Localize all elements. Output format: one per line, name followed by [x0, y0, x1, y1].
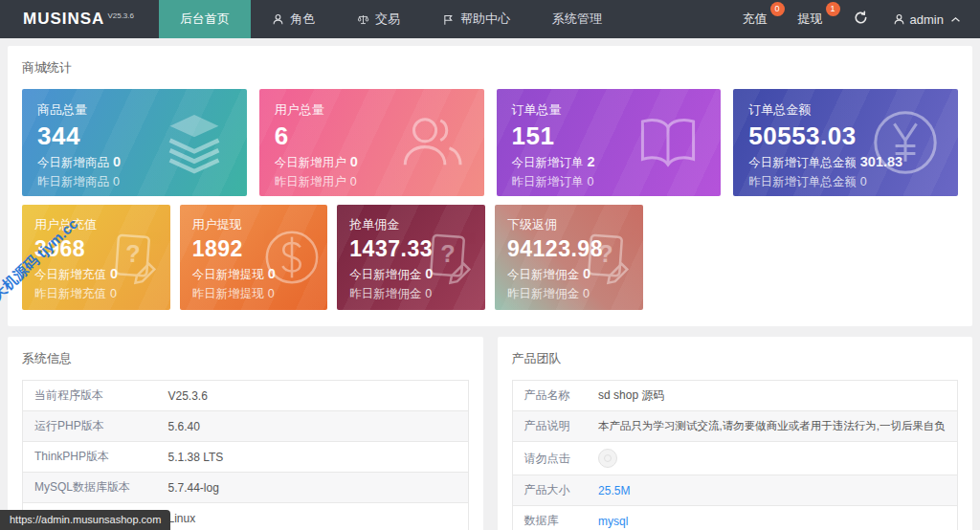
nav-item-label: 交易 [375, 11, 400, 28]
table-row: 产品大小25.5M [512, 475, 958, 506]
row-value: V25.3.6 [157, 381, 469, 411]
user-icon [272, 13, 284, 26]
logo-version: V25.3.6 [107, 11, 134, 20]
row-value: 5.1.38 LTS [157, 442, 469, 473]
main-content: 商城统计 商品总量344今日新增商品0昨日新增商品0用户总量6今日新增用户0昨日… [0, 38, 980, 530]
product-team-panel: 产品团队 产品名称sd shop 源码产品说明本产品只为学习测试交流,请勿要做商… [498, 337, 973, 530]
nav-item-label: 后台首页 [180, 11, 230, 28]
user-icon [893, 13, 905, 26]
withdraw-badge: 1 [826, 2, 840, 16]
table-row: 产品名称sd shop 源码 [512, 381, 958, 411]
row-label: 运行PHP版本 [23, 411, 157, 442]
navbar: MUSINSA V25.3.6 后台首页角色交易帮助中心系统管理 充值 0 提现… [0, 0, 980, 38]
flag-icon [442, 13, 455, 26]
recharge-badge: 0 [770, 2, 785, 16]
row-value: 本产品只为学习测试交流,请勿要做商业或者用于违法行为,一切后果自负 [587, 411, 957, 442]
nav-item-4[interactable]: 系统管理 [531, 0, 623, 38]
user-name: admin [910, 12, 944, 27]
row-label: 产品说明 [512, 411, 587, 442]
row-label: 数据库 [512, 506, 587, 530]
stats-row-1: 商品总量344今日新增商品0昨日新增商品0用户总量6今日新增用户0昨日新增用户0… [22, 89, 958, 196]
recharge-label: 充值 [743, 11, 768, 26]
navbar-right: 充值 0 提现 1 admin [743, 0, 980, 38]
row-label: 产品名称 [512, 381, 587, 411]
logo[interactable]: MUSINSA V25.3.6 [0, 0, 159, 38]
doc-icon: ? [105, 228, 165, 287]
svg-text:?: ? [440, 240, 455, 267]
row-label: 请勿点击 [512, 442, 587, 475]
doc-icon: ? [420, 228, 479, 287]
book-icon [633, 107, 703, 178]
stat-card: 订单总量151今日新增订单2昨日新增订单0 [497, 89, 722, 196]
doc-icon: ? [578, 228, 637, 287]
row-value: Linux [157, 503, 469, 530]
table-row: 产品说明本产品只为学习测试交流,请勿要做商业或者用于违法行为,一切后果自负 [512, 411, 958, 442]
yen-icon [870, 107, 941, 178]
system-info-panel: 系统信息 当前程序版本V25.3.6运行PHP版本5.6.40ThinkPHP版… [8, 337, 483, 530]
withdraw-button[interactable]: 提现 1 [798, 11, 829, 28]
do-not-click-icon[interactable] [598, 449, 617, 468]
status-url: https://admin.musunsashop.com [0, 510, 170, 530]
table-row: 运行PHP版本5.6.40 [23, 411, 469, 442]
refresh-icon [854, 11, 868, 28]
product-team-title: 产品团队 [512, 350, 959, 367]
system-info-title: 系统信息 [22, 350, 469, 367]
stat-card: 订单总金额50553.03今日新增订单总金额301.83昨日新增订单总金额0 [733, 89, 958, 196]
row-label: 产品大小 [512, 475, 587, 506]
user-menu[interactable]: admin [893, 12, 961, 27]
stats-row-2: 用户总充值3968今日新增充值0昨日新增充值0?用户提现1892今日新增提现0昨… [22, 205, 958, 310]
row-label: MySQL数据库版本 [23, 473, 157, 503]
nav-item-0[interactable]: 后台首页 [159, 0, 251, 38]
layers-icon [159, 107, 230, 178]
dollar-icon [262, 228, 322, 287]
row-value: 5.7.44-log [157, 473, 469, 503]
refresh-button[interactable] [854, 11, 868, 28]
logo-text: MUSINSA [23, 10, 104, 29]
row-value: mysql [587, 506, 957, 530]
stats-panel: 商城统计 商品总量344今日新增商品0昨日新增商品0用户总量6今日新增用户0昨日… [8, 46, 972, 326]
row-value: sd shop 源码 [587, 381, 957, 411]
nav-item-label: 角色 [290, 11, 315, 28]
stats-section-title: 商城统计 [22, 59, 958, 77]
svg-text:?: ? [125, 240, 140, 267]
recharge-button[interactable]: 充值 0 [743, 11, 773, 28]
table-row: 请勿点击 [512, 442, 958, 475]
chevron-up-icon [950, 16, 961, 23]
table-row: 数据库mysql [512, 506, 958, 530]
svg-text:?: ? [598, 240, 612, 267]
card-yesterday: 昨日新增提现0 [192, 286, 316, 302]
stat-card: 用户总量6今日新增用户0昨日新增用户0 [259, 89, 484, 196]
nav-item-label: 系统管理 [552, 11, 602, 28]
nav-item-1[interactable]: 角色 [251, 0, 336, 38]
users-icon [396, 107, 467, 178]
bottom-panels: 系统信息 当前程序版本V25.3.6运行PHP版本5.6.40ThinkPHP版… [8, 337, 972, 530]
nav-item-2[interactable]: 交易 [336, 0, 421, 38]
row-value: 25.5M [587, 475, 957, 506]
main-nav: 后台首页角色交易帮助中心系统管理 [159, 0, 623, 38]
stat-card: 抢单佣金1437.33今日新增佣金0昨日新增佣金0? [337, 205, 485, 310]
table-row: 当前程序版本V25.3.6 [23, 381, 469, 411]
card-yesterday: 昨日新增充值0 [34, 286, 158, 302]
row-value: 5.6.40 [157, 411, 469, 442]
row-label: ThinkPHP版本 [23, 442, 157, 473]
stat-card: 用户提现1892今日新增提现0昨日新增提现0 [180, 205, 328, 310]
system-info-table: 当前程序版本V25.3.6运行PHP版本5.6.40ThinkPHP版本5.1.… [22, 380, 469, 530]
card-yesterday: 昨日新增佣金0 [349, 286, 473, 302]
value-link[interactable]: mysql [598, 515, 628, 528]
stat-card: 商品总量344今日新增商品0昨日新增商品0 [22, 89, 247, 196]
table-row: ThinkPHP版本5.1.38 LTS [23, 442, 469, 473]
card-yesterday: 昨日新增佣金0 [507, 286, 631, 302]
stat-card: 下级返佣94123.98今日新增佣金0昨日新增佣金0? [495, 205, 643, 310]
table-row: MySQL数据库版本5.7.44-log [23, 473, 469, 503]
nav-item-3[interactable]: 帮助中心 [421, 0, 531, 38]
row-value [587, 442, 957, 475]
withdraw-label: 提现 [798, 11, 823, 26]
product-team-table: 产品名称sd shop 源码产品说明本产品只为学习测试交流,请勿要做商业或者用于… [512, 380, 959, 530]
nav-item-label: 帮助中心 [460, 11, 510, 28]
value-link[interactable]: 25.5M [598, 484, 630, 497]
row-label: 当前程序版本 [23, 381, 157, 411]
scale-icon [357, 13, 369, 26]
